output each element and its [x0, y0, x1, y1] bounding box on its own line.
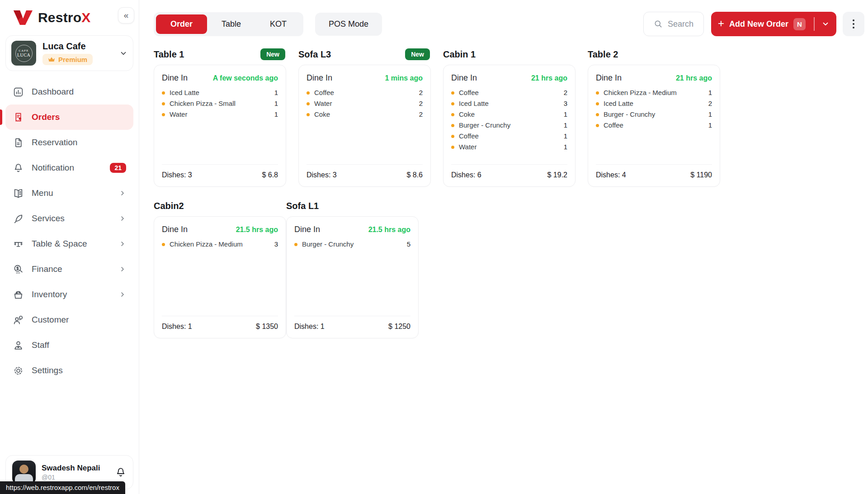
order-type: Dine In [596, 73, 622, 83]
order-total: $ 19.2 [547, 171, 567, 179]
order-item: Coffee1 [451, 131, 567, 142]
shortcut-key-badge: N [793, 18, 806, 30]
sidebar-item-services[interactable]: Services [5, 206, 133, 231]
order-item: Burger - Crunchy1 [451, 120, 567, 131]
sidebar-item-inventory[interactable]: Inventory [5, 282, 133, 307]
order-item: Burger - Crunchy1 [596, 109, 712, 120]
services-icon [13, 213, 24, 224]
brand-name: RestroX [38, 10, 90, 25]
chevron-down-icon[interactable] [821, 20, 830, 28]
plus-icon: + [718, 18, 724, 29]
sidebar-item-menu[interactable]: Menu [5, 180, 133, 206]
order-card[interactable]: Dine In 21.5 hrs ago Burger - Crunchy5 D… [286, 216, 419, 338]
menu-icon [13, 187, 24, 199]
user-handle: @01 [42, 474, 100, 481]
order-card[interactable]: Dine In A few seconds ago Iced Latte1 Ch… [154, 65, 286, 187]
premium-badge: Premium [42, 54, 93, 65]
new-order-badge: New [405, 48, 430, 60]
orders-page: Order Table KOT POS Mode Search + Add Ne… [139, 0, 868, 351]
pos-mode-button[interactable]: POS Mode [315, 13, 382, 36]
table-space-icon [13, 238, 24, 250]
chevron-right-icon [119, 291, 126, 298]
order-card[interactable]: Dine In 21.5 hrs ago Chicken Pizza - Med… [154, 216, 286, 338]
order-item: Chicken Pizza - Small1 [162, 98, 278, 109]
order-card[interactable]: Dine In 21 hrs ago Coffee2 Iced Latte3 C… [443, 65, 576, 187]
order-time: 21 hrs ago [531, 74, 567, 82]
chevron-down-icon [119, 49, 127, 57]
order-type: Dine In [294, 225, 320, 234]
order-location-title: Cabin 1 [443, 49, 476, 60]
order-item: Burger - Crunchy5 [294, 239, 410, 250]
order-card-grid: Table 1 New Dine In A few seconds ago Ic… [154, 48, 864, 351]
restaurant-name: Luca Cafe [42, 41, 93, 52]
sidebar-item-table-space[interactable]: Table & Space [5, 231, 133, 256]
order-time: 21.5 hrs ago [368, 226, 410, 234]
order-location-title: Sofa L3 [298, 49, 331, 60]
search-icon [654, 19, 663, 28]
dishes-count: Dishes: 3 [307, 171, 337, 179]
dishes-count: Dishes: 4 [596, 171, 626, 179]
restaurant-switcher[interactable]: CAFE LUCA Luca Cafe Premium [5, 35, 133, 71]
dishes-count: Dishes: 3 [162, 171, 192, 179]
customer-icon [13, 314, 24, 326]
item-dot [162, 91, 165, 95]
notification-icon [13, 162, 24, 174]
chevron-right-icon [119, 215, 126, 222]
order-item: Iced Latte2 [596, 98, 712, 109]
order-total: $ 8.6 [406, 171, 423, 179]
sidebar-item-customer[interactable]: Customer [5, 307, 133, 332]
orders-icon [13, 111, 24, 123]
staff-icon [13, 339, 24, 351]
order-location-title: Cabin2 [154, 201, 184, 211]
dashboard-icon [13, 86, 24, 98]
order-item: Coffee1 [596, 120, 712, 131]
tab-table[interactable]: Table [207, 14, 255, 34]
chevron-right-icon [119, 266, 126, 273]
sidebar-item-reservation[interactable]: Reservation [5, 130, 133, 155]
sidebar-item-staff[interactable]: Staff [5, 332, 133, 358]
tab-kot[interactable]: KOT [255, 14, 301, 34]
order-location-title: Table 2 [588, 49, 618, 60]
order-item: Coke1 [451, 109, 567, 120]
sidebar-item-notification[interactable]: Notification 21 [5, 155, 133, 180]
order-item: Water2 [307, 98, 423, 109]
dishes-count: Dishes: 1 [294, 323, 325, 331]
user-name: Swadesh Nepali [42, 464, 100, 473]
reservation-icon [13, 137, 24, 148]
sidebar-item-finance[interactable]: Finance [5, 256, 133, 282]
add-new-order-button[interactable]: + Add New Order N [711, 12, 836, 36]
order-card[interactable]: Dine In 1 mins ago Coffee2 Water2 Coke2 … [298, 65, 431, 187]
order-type: Dine In [162, 73, 188, 83]
restaurant-avatar-text: CAFE [19, 49, 29, 52]
order-time: A few seconds ago [213, 74, 278, 82]
order-card[interactable]: Dine In 21 hrs ago Chicken Pizza - Mediu… [588, 65, 720, 187]
sidebar-item-settings[interactable]: Settings [5, 358, 133, 383]
more-options-button[interactable] [843, 12, 864, 36]
search-button[interactable]: Search [643, 12, 704, 36]
order-item: Coke2 [307, 109, 423, 120]
settings-icon [13, 365, 24, 376]
topbar: Order Table KOT POS Mode Search + Add Ne… [154, 12, 864, 36]
order-type: Dine In [162, 225, 188, 234]
order-item: Water1 [162, 109, 278, 120]
sidebar: RestroX « CAFE LUCA Luca Cafe Premium D [0, 0, 139, 494]
order-item: Chicken Pizza - Medium3 [162, 239, 278, 250]
chevron-right-icon [119, 190, 126, 197]
link-preview-statusbar: https://web.restroxapp.com/en/restrox [0, 481, 125, 494]
bell-icon[interactable] [115, 466, 127, 478]
restaurant-avatar: CAFE LUCA [11, 41, 36, 66]
tab-order[interactable]: Order [156, 14, 207, 34]
order-location-title: Sofa L1 [286, 201, 319, 211]
finance-icon [13, 263, 24, 275]
order-item: Iced Latte3 [451, 98, 567, 109]
dishes-count: Dishes: 6 [451, 171, 481, 179]
order-item: Coffee2 [307, 87, 423, 98]
new-order-badge: New [260, 48, 285, 60]
sidebar-item-dashboard[interactable]: Dashboard [5, 79, 133, 104]
notification-count-badge: 21 [110, 163, 126, 173]
sidebar-item-orders[interactable]: Orders [5, 104, 133, 130]
restrox-logo: RestroX [13, 9, 130, 26]
order-item: Water1 [451, 142, 567, 152]
sidebar-collapse-button[interactable]: « [118, 7, 134, 24]
order-type: Dine In [307, 73, 332, 83]
